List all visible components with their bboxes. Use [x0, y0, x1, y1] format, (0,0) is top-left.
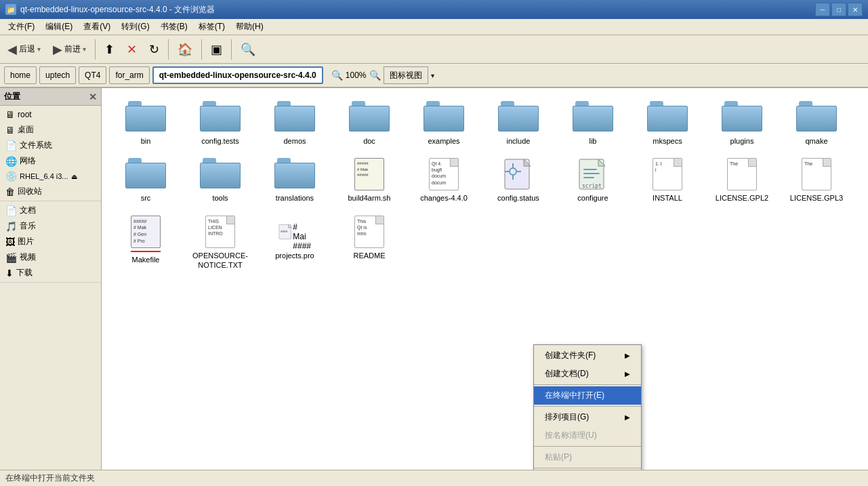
menu-help[interactable]: 帮助(H): [230, 20, 269, 34]
view-dropdown-icon[interactable]: ▾: [431, 72, 434, 79]
sidebar-close-button[interactable]: ✕: [89, 92, 97, 102]
file-label: configure: [577, 193, 608, 203]
breadcrumb-qt4[interactable]: QT4: [79, 66, 106, 84]
sidebar-item-video[interactable]: 🎬 视频: [0, 249, 101, 265]
file-item-config-status[interactable]: config.status: [481, 152, 556, 209]
ctx-clean-by-name: 按名称清理(U): [534, 426, 641, 445]
window-title: qt-embedded-linux-opensource-src-4.4.0 -…: [20, 4, 215, 16]
file-item-config-tests[interactable]: config.tests: [183, 95, 257, 152]
up-button[interactable]: ⬆: [100, 38, 119, 61]
ctx-arrow-icon: ▶: [625, 413, 630, 421]
sidebar-item-downloads[interactable]: ⬇ 下载: [0, 265, 101, 281]
close-button[interactable]: ✕: [848, 3, 863, 16]
maximize-button[interactable]: □: [831, 3, 846, 16]
rhel-icon: 💿: [5, 171, 17, 182]
music-icon: 🎵: [5, 221, 17, 232]
file-item-makefile[interactable]: ###### Mak# Gen# Pro Makefile: [108, 209, 183, 277]
menu-file[interactable]: 文件(F): [3, 20, 40, 34]
terminal-button[interactable]: ▣: [206, 38, 227, 61]
file-item-src[interactable]: src: [108, 152, 183, 209]
sidebar-item-network[interactable]: 🌐 网络: [0, 153, 101, 169]
sidebar-item-documents[interactable]: 📄 文档: [0, 203, 101, 218]
file-item-demos[interactable]: demos: [257, 95, 332, 152]
file-item-opensource-notice[interactable]: THISLICENINTRO OPENSOURCE-NOTICE.TXT: [183, 209, 257, 277]
file-item-configure[interactable]: script configure: [556, 152, 630, 209]
addressbar: home uptech QT4 for_arm qt-embedded-linu…: [0, 64, 868, 88]
home-button[interactable]: 🏠: [173, 38, 197, 61]
zoom-in-icon[interactable]: 🔍: [369, 70, 381, 81]
sidebar-item-trash[interactable]: 🗑 回收站: [0, 184, 101, 199]
find-button[interactable]: 🔍: [236, 38, 260, 61]
ctx-create-doc[interactable]: 创建文档(D) ▶: [534, 365, 641, 383]
cfg-file-icon: [502, 158, 535, 190]
file-label: changes-4.4.0: [420, 193, 468, 203]
file-item-examples[interactable]: examples: [407, 95, 481, 152]
file-item-translations[interactable]: translations: [257, 152, 332, 209]
file-item-bin[interactable]: bin: [108, 95, 183, 152]
file-item-readme[interactable]: ThisQt isintro README: [332, 209, 407, 277]
back-label: 后退: [19, 43, 35, 55]
main-layout: 位置 ✕ 🖥 root 🖥 桌面 📄 文件系统 🌐 网络 💿 RHEL_: [0, 88, 868, 470]
separator-3: [201, 39, 202, 60]
sidebar-header: 位置 ✕: [0, 88, 101, 106]
zoom-out-icon[interactable]: 🔍: [331, 70, 343, 81]
back-button[interactable]: ◀ 后退 ▾: [3, 38, 45, 61]
file-item-lib[interactable]: lib: [556, 95, 630, 152]
folder-icon: [200, 158, 241, 190]
menubar: 文件(F) 编辑(E) 查看(V) 转到(G) 书签(B) 标签(T) 帮助(H…: [0, 19, 868, 35]
stop-button[interactable]: ✕: [122, 38, 142, 61]
minimize-button[interactable]: ─: [815, 3, 830, 16]
menu-tabs[interactable]: 标签(T): [193, 20, 230, 34]
network-icon: 🌐: [5, 156, 17, 167]
file-label: config.tests: [201, 136, 239, 146]
menu-bookmarks[interactable]: 书签(B): [155, 20, 193, 34]
ctx-create-folder[interactable]: 创建文件夹(F) ▶: [534, 346, 641, 365]
sidebar-item-rhel[interactable]: 💿 RHEL_6.4 i3... ⏏: [0, 169, 101, 184]
file-label: LICENSE.GPL2: [716, 193, 768, 203]
file-item-license-gpl3[interactable]: The LICENSE.GPL3: [779, 152, 854, 209]
file-item-mkspecs[interactable]: mkspecs: [630, 95, 705, 152]
file-label: examples: [428, 136, 459, 146]
file-item-include[interactable]: include: [481, 95, 556, 152]
ctx-separator-4: [534, 468, 641, 468]
sidebar-item-filesystem[interactable]: 📄 文件系统: [0, 138, 101, 153]
file-item-license-gpl2[interactable]: The LICENSE.GPL2: [705, 152, 779, 209]
ctx-arrow-icon: ▶: [625, 352, 630, 359]
ctx-open-terminal[interactable]: 在终端中打开(E): [534, 386, 641, 405]
file-item-projects-pro[interactable]: ##### Mai#### projects.pro: [257, 209, 332, 277]
ctx-separator-3: [534, 446, 641, 447]
menu-view[interactable]: 查看(V): [78, 20, 116, 34]
breadcrumb-home[interactable]: home: [4, 66, 37, 84]
sidebar-item-desktop[interactable]: 🖥 桌面: [0, 122, 101, 138]
sidebar-places: 🖥 root 🖥 桌面 📄 文件系统 🌐 网络 💿 RHEL_6.4 i3...…: [0, 106, 101, 201]
filesystem-icon: 📄: [5, 140, 17, 151]
breadcrumb-current[interactable]: qt-embedded-linux-opensource-src-4.4.0: [152, 66, 323, 84]
file-item-build4arm[interactable]: ###### Mak##### build4arm.sh: [332, 152, 407, 209]
menu-edit[interactable]: 编辑(E): [40, 20, 78, 34]
ctx-arrange[interactable]: 排列项目(G) ▶: [534, 408, 641, 426]
view-mode-button[interactable]: 图标视图: [384, 66, 428, 84]
breadcrumb-for-arm[interactable]: for_arm: [109, 66, 149, 84]
sidebar-label-video: 视频: [20, 251, 36, 263]
ctx-label: 创建文件夹(F): [545, 350, 596, 361]
sidebar-bookmarks: 📄 文档 🎵 音乐 🖼 图片 🎬 视频 ⬇ 下载: [0, 201, 101, 283]
refresh-button[interactable]: ↻: [144, 38, 164, 61]
file-item-tools[interactable]: tools: [183, 152, 257, 209]
file-item-qmake[interactable]: qmake: [779, 95, 854, 152]
breadcrumb-uptech[interactable]: uptech: [39, 66, 76, 84]
sidebar-item-root[interactable]: 🖥 root: [0, 107, 101, 122]
file-item-plugins[interactable]: plugins: [705, 95, 779, 152]
file-item-install[interactable]: 1. Ii INSTALL: [630, 152, 705, 209]
file-item-doc[interactable]: doc: [332, 95, 407, 152]
sidebar-item-music[interactable]: 🎵 音乐: [0, 218, 101, 234]
window-controls: ─ □ ✕: [815, 3, 863, 16]
folder-icon: [498, 101, 539, 134]
forward-button[interactable]: ▶ 前进 ▾: [48, 38, 91, 61]
sidebar-item-pictures[interactable]: 🖼 图片: [0, 234, 101, 249]
file-item-changes[interactable]: Qt 4.bugfidocumdocum changes-4.4.0: [407, 152, 481, 209]
menu-go[interactable]: 转到(G): [116, 20, 154, 34]
txt-file-icon: ThisQt isintro: [354, 216, 384, 248]
sidebar-label-documents: 文档: [20, 205, 36, 216]
file-label: bin: [141, 136, 151, 146]
sidebar-label-downloads: 下载: [16, 267, 33, 279]
